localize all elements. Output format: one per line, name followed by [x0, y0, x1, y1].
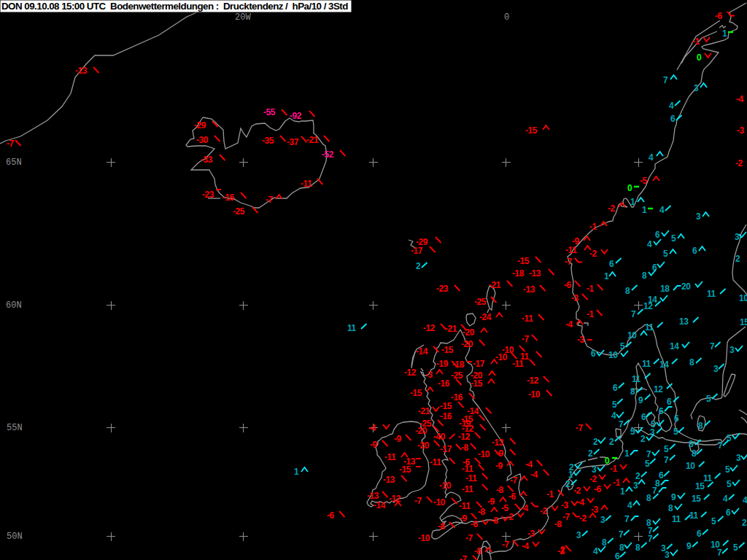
- svg-text:-21: -21: [489, 280, 501, 290]
- svg-text:14: 14: [659, 359, 669, 370]
- svg-text:-9: -9: [460, 513, 468, 524]
- svg-text:11: 11: [689, 510, 699, 521]
- svg-text:65N: 65N: [6, 158, 22, 168]
- svg-text:-10: -10: [433, 497, 446, 508]
- svg-text:-7: -7: [565, 257, 573, 267]
- svg-text:15: 15: [695, 481, 705, 491]
- svg-text:-17: -17: [440, 444, 452, 454]
- svg-text:-11: -11: [384, 452, 396, 462]
- svg-text:10: 10: [686, 461, 695, 471]
- svg-text:-35: -35: [262, 136, 274, 146]
- svg-text:2: 2: [640, 434, 646, 444]
- svg-text:5: 5: [706, 394, 711, 404]
- svg-text:-11: -11: [522, 314, 533, 324]
- svg-text:-6: -6: [471, 519, 479, 529]
- svg-text:-4: -4: [736, 94, 744, 104]
- svg-text:3: 3: [729, 345, 735, 355]
- svg-text:4: 4: [611, 411, 616, 421]
- svg-text:-1: -1: [692, 36, 700, 47]
- svg-text:11: 11: [632, 374, 641, 384]
- svg-text:6: 6: [641, 412, 646, 422]
- svg-text:-13: -13: [383, 475, 395, 485]
- svg-text:13: 13: [679, 316, 689, 327]
- svg-text:0: 0: [504, 12, 509, 23]
- svg-text:2: 2: [416, 261, 421, 271]
- svg-text:11: 11: [703, 473, 713, 483]
- svg-text:8: 8: [625, 286, 630, 296]
- svg-text:-21: -21: [306, 135, 319, 145]
- svg-text:7: 7: [631, 309, 636, 319]
- svg-text:-9: -9: [394, 434, 402, 444]
- svg-text:3: 3: [696, 211, 701, 222]
- svg-text:-13: -13: [523, 284, 535, 295]
- svg-text:-6: -6: [327, 510, 335, 521]
- svg-text:7: 7: [718, 440, 723, 451]
- svg-text:5: 5: [630, 427, 635, 437]
- svg-text:2: 2: [588, 448, 593, 459]
- svg-text:8: 8: [692, 448, 697, 459]
- svg-text:-3: -3: [571, 293, 579, 303]
- svg-text:1: 1: [642, 205, 647, 215]
- svg-text:11: 11: [347, 323, 357, 333]
- svg-text:-25: -25: [451, 370, 463, 381]
- svg-text:-7: -7: [414, 496, 422, 506]
- svg-text:8: 8: [635, 542, 640, 553]
- svg-text:-12: -12: [404, 368, 417, 378]
- svg-text:-16: -16: [451, 392, 463, 402]
- svg-text:-12: -12: [458, 432, 471, 442]
- svg-text:-10: -10: [418, 533, 430, 543]
- svg-text:-6: -6: [715, 11, 723, 21]
- svg-text:-20: -20: [415, 426, 427, 436]
- svg-text:6: 6: [667, 397, 672, 407]
- svg-text:11: 11: [642, 359, 651, 369]
- svg-text:-33: -33: [201, 155, 213, 165]
- svg-text:8: 8: [630, 386, 635, 397]
- svg-text:0: 0: [605, 456, 610, 466]
- svg-text:-9: -9: [496, 448, 504, 459]
- svg-text:4: 4: [659, 205, 665, 215]
- svg-text:3: 3: [600, 515, 605, 525]
- svg-text:-52: -52: [322, 149, 334, 160]
- svg-text:-7: -7: [460, 554, 468, 560]
- svg-text:-9: -9: [487, 497, 495, 507]
- svg-text:-10: -10: [439, 481, 452, 491]
- svg-text:-9: -9: [370, 440, 378, 450]
- svg-text:-11: -11: [459, 501, 471, 511]
- svg-text:-13: -13: [75, 66, 88, 76]
- svg-text:-13: -13: [492, 438, 504, 448]
- svg-text:1: 1: [722, 28, 727, 39]
- svg-text:-4: -4: [525, 459, 533, 470]
- svg-text:-4: -4: [530, 470, 538, 480]
- svg-text:3: 3: [633, 481, 638, 491]
- svg-text:50N: 50N: [7, 532, 23, 542]
- svg-text:-17: -17: [473, 359, 485, 369]
- svg-text:-40: -40: [433, 432, 446, 442]
- svg-text:-8: -8: [438, 521, 446, 532]
- svg-text:7: 7: [619, 529, 624, 540]
- svg-text:-29: -29: [194, 120, 206, 131]
- svg-text:-11: -11: [301, 179, 312, 189]
- svg-text:-8: -8: [496, 485, 504, 495]
- svg-text:-1: -1: [546, 489, 554, 499]
- svg-text:2: 2: [742, 518, 747, 528]
- svg-text:8: 8: [689, 357, 694, 368]
- svg-text:-15: -15: [471, 378, 483, 389]
- svg-text:-14: -14: [374, 500, 386, 510]
- svg-text:-18: -18: [452, 359, 465, 370]
- svg-text:6: 6: [655, 230, 660, 240]
- svg-text:5: 5: [733, 542, 738, 553]
- svg-text:-2: -2: [540, 506, 548, 516]
- svg-text:4: 4: [743, 495, 747, 505]
- svg-text:1: 1: [620, 486, 625, 497]
- svg-text:6: 6: [613, 383, 618, 393]
- svg-text:-6: -6: [594, 484, 602, 494]
- svg-text:55N: 55N: [7, 423, 23, 433]
- svg-text:4: 4: [647, 239, 652, 249]
- svg-text:6: 6: [615, 551, 620, 560]
- svg-text:-10: -10: [528, 389, 541, 400]
- svg-text:-15: -15: [440, 401, 452, 411]
- svg-text:1: 1: [568, 470, 573, 480]
- svg-text:-8: -8: [461, 443, 469, 453]
- svg-text:-6: -6: [564, 280, 572, 290]
- svg-text:7: 7: [717, 548, 722, 558]
